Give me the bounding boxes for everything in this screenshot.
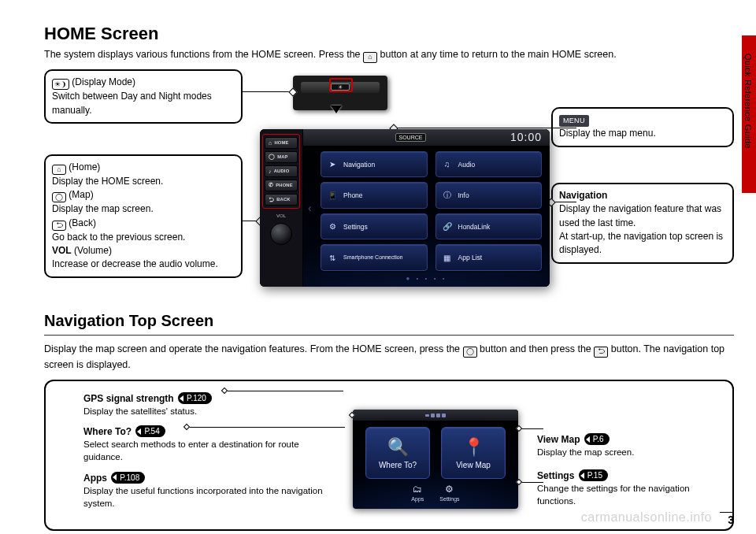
tile-smartphone-connection[interactable]: ⇅Smartphone Connection [321,244,428,271]
back-label: (Back) [69,217,96,228]
physical-button-column: ⌂HOME ◯MAP ♪AUDIO ✆PHONE ⮌BACK VOL [260,129,302,287]
apps-desc: Display the useful functions incorporate… [83,484,328,510]
tile-label: HondaLink [458,223,491,231]
display-mode-label: (Display Mode) [72,76,135,87]
display-mode-text: Switch between Day and Night modes manua… [52,91,212,115]
map-icon: ◯ [52,192,66,202]
touchscreen[interactable]: SOURCE 10:00 ‹ ➤Navigation ♫Audio 📱Phone… [302,129,550,287]
display-mode-icon: ☀❩ [52,79,69,90]
page-ref: P.108 [111,472,145,484]
page-dots: ● • • • • [303,275,550,282]
clock: 10:00 [510,131,542,143]
grid-icon: ▦ [441,251,454,264]
phys-back-button[interactable]: ⮌BACK [265,194,298,206]
apps-title: Apps [83,473,107,484]
source-button[interactable]: SOURCE [395,133,427,142]
nav-item-gps: GPS signal strength P.120 Display the sa… [83,392,328,417]
nav-callouts-right: View Map P.6 Display the map screen. Set… [537,392,718,507]
phys-phone-button[interactable]: ✆PHONE [265,180,298,191]
where-to-button[interactable]: 🔍 Where To? [365,427,430,479]
phys-map-button[interactable]: ◯MAP [265,151,298,163]
page-ref: P.15 [579,469,608,481]
tile-app-list[interactable]: ▦App List [435,244,543,271]
tile-info[interactable]: ⓘInfo [435,182,543,209]
leader-line [243,91,293,92]
infotainment-unit: ⌂HOME ◯MAP ♪AUDIO ✆PHONE ⮌BACK VOL SOURC… [260,129,550,287]
where-desc: Select search methods to enter a destina… [83,438,328,463]
apps-icon: 🗂 [413,484,422,495]
nav-callout-line1: Display the navigation feature that was … [559,203,721,228]
audio-icon: ♫ [441,158,454,171]
gear-icon: ⚙ [445,484,454,495]
gps-title: GPS signal strength [83,393,174,404]
phys-home-button[interactable]: ⌂HOME [265,137,298,149]
volume-knob[interactable] [270,223,292,245]
settings-desc: Change the settings for the navigation f… [537,482,718,507]
home-tile-grid: ➤Navigation ♫Audio 📱Phone ⓘInfo ⚙Setting… [321,151,542,271]
home-label: (Home) [69,161,100,172]
gear-icon: ⚙ [326,221,339,233]
phys-audio-button[interactable]: ♪AUDIO [265,165,298,177]
nav-item-settings: Settings P.15 Change the settings for th… [537,469,718,507]
phys-map-label: MAP [277,154,287,159]
callout-menu: MENU Display the map menu. [551,107,734,147]
phys-phone-label: PHONE [276,183,293,187]
callout-navigation: Navigation Display the navigation featur… [551,183,734,264]
page-number: 3 [720,512,734,526]
where-title: Where To? [83,426,132,437]
section1-intro: The system displays various functions fr… [44,47,734,63]
home-screen-diagram: ☀❩ (Display Mode) Switch between Day and… [44,69,734,290]
page-ref: P.6 [584,433,610,445]
back-text: Go back to the previous screen. [52,232,185,243]
phys-back-label: BACK [276,197,291,202]
view-map-label: View Map [456,461,491,469]
view-title: View Map [537,434,580,445]
phys-audio-label: AUDIO [274,169,290,173]
page-ref: P.120 [178,392,212,404]
status-bar: SOURCE 10:00 [303,129,550,146]
nav-top-screen-diagram: GPS signal strength P.120 Display the sa… [44,380,734,531]
back-icon: ⮌ [594,347,608,358]
section1-title: HOME Screen [44,24,734,44]
tile-label: Settings [343,223,368,231]
s2-intro-mid: button and then press the [480,343,594,354]
info-icon: ⓘ [441,189,454,202]
apps-label: Apps [411,496,424,502]
leader-line [394,128,576,128]
gps-desc: Display the satellites' status. [83,405,328,417]
view-map-button[interactable]: 📍 View Map [441,427,506,479]
menu-chip: MENU [559,115,589,127]
link-icon: 🔗 [441,221,454,233]
nav-item-view-map: View Map P.6 Display the map screen. [537,433,718,458]
tile-navigation[interactable]: ➤Navigation [321,151,428,178]
tile-hondalink[interactable]: 🔗HondaLink [435,213,543,240]
vol-bold: VOL [52,245,72,256]
settings-title: Settings [537,470,574,481]
section2-intro: Display the map screen and operate the n… [44,342,734,373]
vol-label: VOL [276,213,286,218]
chevron-left-icon[interactable]: ‹ [308,202,312,214]
where-to-label: Where To? [379,461,417,469]
back-icon: ⮌ [52,221,66,231]
tile-label: Smartphone Connection [343,254,403,261]
apps-button[interactable]: 🗂 Apps [411,484,424,502]
nav-item-apps: Apps P.108 Display the useful functions … [83,472,328,510]
nav-callout-title: Navigation [559,190,607,201]
watermark: carmanualsonline.info [581,510,712,525]
callout-physical-buttons: ⌂ (Home) Display the HOME screen. ◯ (Map… [44,154,243,278]
phys-home-label: HOME [274,140,288,145]
home-icon: ⌂ [269,140,272,146]
tile-audio[interactable]: ♫Audio [435,151,543,178]
section-rule [44,335,734,336]
nav-item-where: Where To? P.54 Select search methods to … [83,425,328,463]
settings-button[interactable]: ⚙ Settings [439,484,459,502]
physical-buttons-highlight: ⌂HOME ◯MAP ♪AUDIO ✆PHONE ⮌BACK [262,134,300,209]
phone-icon: ✆ [269,182,273,188]
tile-phone[interactable]: 📱Phone [321,182,428,209]
settings-label: Settings [439,496,459,502]
navigation-icon: ➤ [326,158,339,171]
tile-label: Navigation [343,161,375,169]
home-text: Display the HOME screen. [52,176,163,187]
tile-settings[interactable]: ⚙Settings [321,213,428,240]
tile-label: App List [458,254,483,261]
